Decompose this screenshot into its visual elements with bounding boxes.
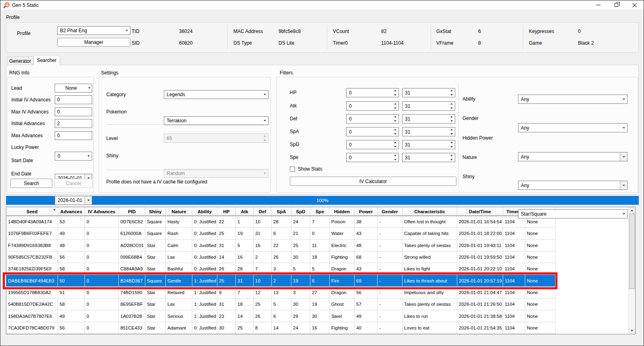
tab-generator[interactable]: Generator xyxy=(7,56,33,65)
pokemon-select[interactable]: Terrakion xyxy=(164,116,268,125)
spin-down-icon xyxy=(448,145,455,149)
iv-max-spinner[interactable]: 31 xyxy=(402,140,455,149)
table-row[interactable]: 540B815D7DE2A42C5808E95EFBFStarLax1: Jus… xyxy=(6,299,555,310)
table-row[interactable]: 14BD40F43A09A1745300D7E6C52SquareHasty0:… xyxy=(6,216,555,228)
cell: 8E95EFBF xyxy=(119,299,145,310)
filter-select[interactable]: Star/Square xyxy=(518,209,627,218)
lead-select[interactable]: None xyxy=(55,84,92,93)
rng-field-input[interactable]: 0 xyxy=(55,95,92,104)
column-header-spe[interactable]: Spe xyxy=(310,207,330,216)
cell: 13 xyxy=(272,287,291,299)
spin-buttons[interactable] xyxy=(448,115,455,123)
scrollbar-thumb[interactable] xyxy=(629,214,635,289)
cell: Often lost in thought xyxy=(402,216,457,228)
manager-button[interactable]: Manager xyxy=(57,38,130,47)
iv-max-spinner[interactable]: 31 xyxy=(402,153,455,162)
cell: 5 xyxy=(310,263,330,275)
table-row[interactable]: DABEB9EB6F494EB3500B24BD367SquareGentle1… xyxy=(6,275,555,286)
column-header-shiny[interactable]: Shiny xyxy=(145,207,166,216)
spin-buttons[interactable] xyxy=(448,102,455,110)
level-spinner[interactable]: 65 xyxy=(164,134,268,143)
iv-min-spinner[interactable]: 0 xyxy=(346,127,399,136)
iv-min-spinner[interactable]: 0 xyxy=(346,140,399,149)
spin-buttons[interactable] xyxy=(392,140,398,149)
filter-select[interactable]: Any xyxy=(518,181,627,190)
show-stats-checkbox[interactable] xyxy=(290,167,295,172)
table-row[interactable]: 199565D178B830A251074BD1590StarRelaxed1:… xyxy=(6,287,555,299)
iv-max-spinner[interactable]: 31 xyxy=(402,114,455,124)
spin-buttons[interactable] xyxy=(448,153,455,162)
close-button[interactable] xyxy=(625,0,644,10)
column-header-advances[interactable]: Advances xyxy=(58,207,85,216)
iv-max-spinner[interactable]: 31 xyxy=(402,127,455,136)
spin-buttons[interactable] xyxy=(392,115,398,123)
rng-field-input[interactable]: 0 xyxy=(55,107,92,116)
iv-max-spinner[interactable]: 31 xyxy=(402,88,455,97)
restore-button[interactable] xyxy=(607,0,625,10)
column-header-power[interactable]: Power xyxy=(355,207,378,216)
table-row[interactable]: 374E1825ED39F5EF580C884A9A9StarBashful0:… xyxy=(6,263,555,275)
shiny-setting-select[interactable]: Random xyxy=(164,169,268,178)
column-header-iv-advances[interactable]: IV Advances xyxy=(85,207,119,216)
filter-select[interactable]: Any xyxy=(518,152,627,161)
category-select[interactable]: Legends xyxy=(164,90,268,99)
vertical-scrollbar[interactable] xyxy=(628,207,635,334)
column-header-gender[interactable]: Gender xyxy=(378,207,402,216)
column-header-atk[interactable]: Atk xyxy=(236,207,254,216)
filters-groupbox: HP031Atk031Def031SpA031SpD031Spe031 Show… xyxy=(277,77,638,193)
iv-min-spinner[interactable]: 0 xyxy=(346,114,399,124)
column-header-hidden[interactable]: Hidden xyxy=(330,207,355,216)
category-select-value: Legends xyxy=(164,91,261,99)
spin-buttons[interactable] xyxy=(392,102,398,110)
spinner-value: 0 xyxy=(347,140,392,149)
spin-buttons[interactable] xyxy=(261,134,268,142)
cell: Star xyxy=(145,251,166,263)
table-row[interactable]: 90F585C57CB232FB560099E68B4StarLax0: Jus… xyxy=(6,251,555,263)
cell: 31 xyxy=(217,299,236,310)
iv-min-spinner[interactable]: 0 xyxy=(346,153,399,162)
rng-field-input[interactable]: 2 xyxy=(55,119,92,128)
cell: 18 xyxy=(310,251,330,263)
date-picker[interactable]: 2026-01-01 xyxy=(55,196,92,205)
spin-buttons[interactable] xyxy=(448,128,455,136)
column-header-nature[interactable]: Nature xyxy=(166,207,192,216)
rng-field-input[interactable]: 0 xyxy=(55,131,92,140)
filter-select[interactable]: Any xyxy=(518,123,627,132)
column-header-spd[interactable]: SpD xyxy=(291,207,310,216)
table-row[interactable]: 7CA3DFD78C4BD079560851CE433StarAdamant0:… xyxy=(6,322,555,334)
cell: 2026-01-01 18:22:00 xyxy=(457,228,503,239)
spin-buttons[interactable] xyxy=(392,128,398,136)
scroll-up-button[interactable] xyxy=(629,207,635,214)
chevron-down-icon xyxy=(450,146,453,148)
iv-max-spinner[interactable]: 31 xyxy=(402,101,455,111)
table-row[interactable]: 158DA3A07B7807E64901A037B28StarSerious1:… xyxy=(6,310,555,322)
column-header-hp[interactable]: HP xyxy=(217,207,236,216)
iv-calculator-button[interactable]: IV Calculator xyxy=(290,177,456,186)
spin-down-icon xyxy=(392,119,398,124)
cell: 6 xyxy=(272,228,291,239)
profile-select[interactable]: B2 Phat Eng xyxy=(57,26,130,35)
iv-min-spinner[interactable]: 0 xyxy=(346,88,399,97)
column-header-seed[interactable]: Seed xyxy=(6,207,58,216)
tab-searcher[interactable]: Searcher xyxy=(33,55,60,65)
spin-buttons[interactable] xyxy=(448,89,455,97)
column-header-ability[interactable]: Ability xyxy=(192,207,217,216)
minimize-button[interactable] xyxy=(589,0,607,10)
spin-buttons[interactable] xyxy=(448,140,455,149)
spin-buttons[interactable] xyxy=(392,89,398,97)
search-button[interactable]: Search xyxy=(10,179,52,188)
column-header-pid[interactable]: PID xyxy=(119,207,145,216)
spin-buttons[interactable] xyxy=(392,153,398,162)
column-header-spa[interactable]: SpA xyxy=(272,207,291,216)
scroll-down-button[interactable] xyxy=(629,327,635,334)
rng-field-select[interactable]: 0 xyxy=(55,152,92,161)
spin-down-icon xyxy=(448,93,455,97)
column-header-characteristic[interactable]: Characteristic xyxy=(402,207,457,216)
column-header-def[interactable]: Def xyxy=(254,207,272,216)
column-header-date-time[interactable]: Date/Time xyxy=(457,207,503,216)
filter-select[interactable]: Any xyxy=(518,95,627,104)
cancel-button[interactable]: Cancel xyxy=(54,179,93,188)
table-row[interactable]: F74389D9169383B8480AD28CC01StarCalm0: Ju… xyxy=(6,240,555,251)
iv-min-spinner[interactable]: 0 xyxy=(346,101,399,111)
table-row[interactable]: 1076F9B6F03FEFE74906126000ASquareRash0: … xyxy=(6,228,555,239)
